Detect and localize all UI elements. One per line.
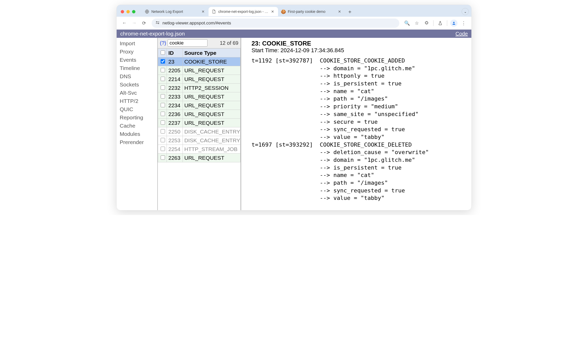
row-source-type: DISK_CACHE_ENTRY (183, 136, 240, 145)
svg-point-3 (453, 22, 454, 23)
row-id: 2253 (167, 136, 183, 145)
events-table: ID Source Type 23COOKIE_STORE2205URL_REQ… (158, 48, 240, 162)
sidebar-item-cache[interactable]: Cache (120, 122, 157, 130)
sidebar-item-quic[interactable]: QUIC (120, 105, 157, 113)
code-link[interactable]: Code (455, 31, 468, 37)
divider (433, 20, 434, 26)
row-checkbox[interactable] (161, 77, 165, 81)
event-row[interactable]: 2232HTTP2_SESSION (158, 84, 240, 92)
row-id: 2234 (167, 101, 183, 110)
row-checkbox[interactable] (161, 138, 165, 142)
extensions-icon[interactable] (422, 19, 431, 28)
tab-overflow-button[interactable]: ⌄ (462, 8, 469, 15)
select-all-checkbox[interactable] (161, 50, 165, 55)
bookmark-icon[interactable]: ☆ (412, 19, 421, 28)
row-checkbox[interactable] (161, 120, 165, 125)
event-row[interactable]: 2263URL_REQUEST (158, 154, 240, 162)
event-row[interactable]: 2237URL_REQUEST (158, 119, 240, 127)
row-checkbox[interactable] (161, 129, 165, 134)
tab-close-button[interactable]: ✕ (337, 9, 342, 14)
sidebar-item-http-2[interactable]: HTTP/2 (120, 97, 157, 105)
event-row[interactable]: 2205URL_REQUEST (158, 66, 240, 75)
sidebar-item-alt-svc[interactable]: Alt-Svc (120, 89, 157, 97)
tab-title: Network Log Export (151, 10, 199, 14)
back-button[interactable]: ← (120, 19, 129, 28)
detail-log: t=1192 [st=392787] COOKIE_STORE_COOKIE_A… (252, 57, 471, 202)
svg-point-2 (158, 23, 159, 24)
window-minimize-button[interactable] (126, 10, 130, 13)
detail-start-time: Start Time: 2024-12-09 17:34:36.845 (252, 47, 471, 54)
event-row[interactable]: 2250DISK_CACHE_ENTRY (158, 127, 240, 136)
forward-button[interactable]: → (129, 19, 139, 28)
divider (447, 20, 447, 26)
row-checkbox[interactable] (161, 59, 165, 64)
row-id: 2232 (167, 84, 183, 92)
row-checkbox[interactable] (161, 68, 165, 72)
sidebar-item-events[interactable]: Events (120, 56, 157, 64)
sidebar-item-import[interactable]: Import (120, 39, 157, 48)
app-body: ImportProxyEventsTimelineDNSSocketsAlt-S… (117, 38, 471, 210)
labs-icon[interactable] (436, 19, 445, 28)
tab-title: chrome-net-export-log.json - … (218, 10, 268, 14)
new-tab-button[interactable]: ＋ (346, 8, 354, 15)
id-column-header[interactable]: ID (167, 49, 183, 57)
row-checkbox[interactable] (161, 112, 165, 116)
sidebar-item-modules[interactable]: Modules (120, 130, 157, 138)
favicon-icon (145, 9, 149, 14)
reload-button[interactable]: ⟳ (139, 19, 149, 28)
detail-title: 23: COOKIE_STORE (252, 40, 471, 47)
event-row[interactable]: 2234URL_REQUEST (158, 101, 240, 110)
row-source-type: URL_REQUEST (183, 154, 240, 162)
row-id: 2263 (167, 154, 183, 162)
row-source-type: URL_REQUEST (183, 110, 240, 119)
traffic-lights (121, 10, 135, 13)
event-row[interactable]: 2253DISK_CACHE_ENTRY (158, 136, 240, 145)
event-row[interactable]: 23COOKIE_STORE (158, 57, 240, 66)
tab-title: First-party cookie demo (288, 10, 335, 14)
event-row[interactable]: 2233URL_REQUEST (158, 92, 240, 101)
filter-row: (?) 12 of 69 (158, 38, 240, 48)
filter-help-link[interactable]: (?) (160, 40, 166, 46)
row-id: 2236 (167, 110, 183, 119)
url-bar[interactable]: netlog-viewer.appspot.com/#events (152, 19, 399, 28)
source-column-header[interactable]: Source Type (183, 49, 240, 57)
sidebar-item-sockets[interactable]: Sockets (120, 81, 157, 89)
window-zoom-button[interactable] (132, 10, 135, 13)
row-checkbox[interactable] (161, 155, 165, 160)
row-checkbox[interactable] (161, 85, 165, 90)
row-checkbox[interactable] (161, 147, 165, 151)
row-checkbox[interactable] (161, 94, 165, 99)
row-source-type: URL_REQUEST (183, 66, 240, 75)
zoom-icon[interactable]: 🔍 (402, 19, 412, 28)
tab-strip: Network Log Export✕chrome-net-export-log… (117, 5, 471, 17)
tab-close-button[interactable]: ✕ (270, 9, 275, 14)
tab-close-button[interactable]: ✕ (201, 9, 205, 14)
sidebar-item-prerender[interactable]: Prerender (120, 138, 157, 146)
filter-input[interactable] (168, 39, 207, 47)
row-source-type: HTTP2_SESSION (183, 84, 240, 92)
row-checkbox[interactable] (161, 103, 165, 107)
site-info-icon[interactable] (155, 20, 160, 26)
menu-button[interactable]: ⋮ (459, 19, 468, 28)
event-row[interactable]: 2236URL_REQUEST (158, 110, 240, 119)
sidebar-item-timeline[interactable]: Timeline (120, 64, 157, 72)
detail-pane: 23: COOKIE_STORE Start Time: 2024-12-09 … (241, 38, 471, 210)
row-source-type: URL_REQUEST (183, 92, 240, 101)
select-all-header[interactable] (158, 49, 167, 57)
profile-button[interactable] (449, 19, 459, 28)
loaded-file-name: chrome-net-export-log.json (120, 31, 185, 37)
sidebar-item-proxy[interactable]: Proxy (120, 48, 157, 56)
browser-tab[interactable]: 🍪First-party cookie demo✕ (278, 7, 345, 16)
row-source-type: DISK_CACHE_ENTRY (183, 127, 240, 136)
browser-tab[interactable]: Network Log Export✕ (142, 7, 209, 16)
svg-point-1 (156, 22, 157, 22)
window-close-button[interactable] (121, 10, 124, 13)
browser-tab[interactable]: chrome-net-export-log.json - …✕ (209, 7, 278, 16)
browser-window: Network Log Export✕chrome-net-export-log… (116, 5, 472, 210)
sidebar-item-dns[interactable]: DNS (120, 72, 157, 81)
sidebar-item-reporting[interactable]: Reporting (120, 113, 157, 122)
event-row[interactable]: 2254HTTP_STREAM_JOB (158, 145, 240, 154)
row-id: 2233 (167, 92, 183, 101)
sidebar: ImportProxyEventsTimelineDNSSocketsAlt-S… (117, 38, 157, 210)
event-row[interactable]: 2214URL_REQUEST (158, 75, 240, 84)
